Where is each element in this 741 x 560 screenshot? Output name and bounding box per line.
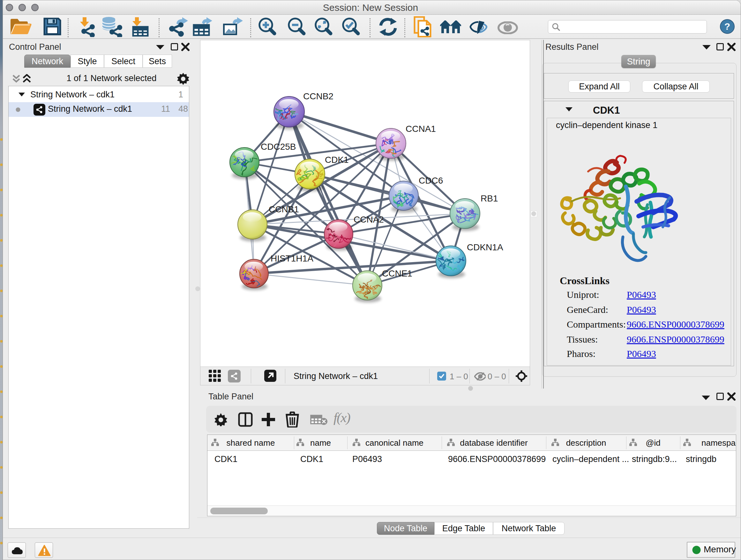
svg-text:HIST1H1A: HIST1H1A	[271, 253, 313, 263]
svg-text:?: ?	[724, 21, 730, 32]
svg-text:CCNB2: CCNB2	[303, 91, 333, 101]
svg-text:CCNB1: CCNB1	[269, 204, 299, 214]
svg-text:CDC6: CDC6	[419, 176, 443, 186]
svg-text:CDK1: CDK1	[325, 155, 349, 165]
svg-text:RB1: RB1	[481, 193, 498, 203]
svg-text:CDKN1A: CDKN1A	[467, 242, 503, 252]
svg-text:CCNA1: CCNA1	[406, 124, 436, 134]
svg-text:CCNE1: CCNE1	[382, 268, 412, 278]
svg-text:CCNA2: CCNA2	[354, 214, 384, 225]
svg-text:CDC25B: CDC25B	[261, 142, 296, 152]
